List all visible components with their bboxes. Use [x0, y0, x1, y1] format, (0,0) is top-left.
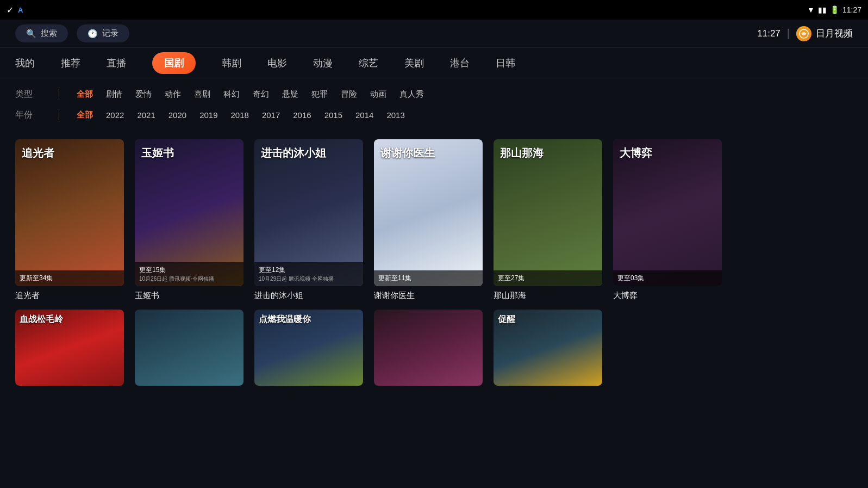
genre-filter-犯罪[interactable]: 犯罪: [305, 87, 334, 102]
history-icon: 🕐: [88, 29, 98, 39]
show-title-1: 追光者: [15, 291, 124, 301]
genre-filter-全部[interactable]: 全部: [70, 87, 99, 102]
year-label: 年份: [15, 109, 48, 121]
search-button[interactable]: 🔍 搜索: [15, 24, 68, 42]
poster-text-5: 那山那海: [500, 146, 596, 160]
status-bar-left: ✓ A: [7, 5, 23, 15]
genre-divider: [59, 89, 59, 100]
nav-tab-mine[interactable]: 我的: [15, 52, 35, 74]
year-filter-2017[interactable]: 2017: [255, 108, 286, 122]
genre-filter-爱情[interactable]: 爱情: [129, 87, 158, 102]
genre-filter-冒险[interactable]: 冒险: [334, 87, 364, 102]
year-filter-2019[interactable]: 2019: [193, 108, 224, 122]
status-time: 11:27: [842, 5, 861, 14]
genre-filter-奇幻[interactable]: 奇幻: [246, 87, 276, 102]
header-left: 🔍 搜索 🕐 记录: [15, 24, 129, 42]
shows-grid: 追光者更新至34集追光者玉姬书更至15集10月26日起 腾讯视频·全网独播玉姬书…: [15, 139, 853, 301]
nav-tab-korean[interactable]: 韩剧: [222, 52, 241, 74]
genre-filter-row: 类型 全部剧情爱情动作喜剧科幻奇幻悬疑犯罪冒险动画真人秀: [15, 84, 853, 104]
header-time: 11:27: [757, 28, 780, 39]
poster-text-4: 谢谢你医生: [380, 146, 476, 160]
nav-tab-movie[interactable]: 电影: [267, 52, 287, 74]
year-filter-2021[interactable]: 2021: [130, 108, 161, 122]
show-title-4: 谢谢你医生: [374, 291, 483, 301]
year-filter-row: 年份 全部20222021202020192018201720162015201…: [15, 104, 853, 125]
genre-filter-剧情[interactable]: 剧情: [99, 87, 129, 102]
poster-text-1: 追光者: [22, 146, 117, 160]
brand-logo: 日月视频: [796, 26, 853, 41]
battery-icon: 🔋: [830, 5, 839, 14]
poster-badge-2: 更至15集10月26日起 腾讯视频·全网独播: [135, 262, 243, 286]
nav-tabs: 我的推荐直播国剧韩剧电影动漫综艺美剧港台日韩: [0, 48, 868, 78]
show-card-5[interactable]: 那山那海更至27集那山那海: [494, 139, 602, 301]
status-bar: ✓ A ▼ ▮▮ 🔋 11:27: [0, 0, 868, 20]
show-card-9[interactable]: 点燃我温暖你: [254, 310, 363, 386]
show-card-4[interactable]: 谢谢你医生更新至11集谢谢你医生: [374, 139, 483, 301]
search-label: 搜索: [41, 28, 57, 39]
show-title-3: 进击的沐小姐: [254, 291, 363, 301]
show-card-10[interactable]: [374, 310, 483, 386]
poster-badge-6: 更至03集: [613, 270, 722, 286]
poster-text-3: 进击的沐小姐: [261, 146, 357, 160]
show-card-3[interactable]: 进击的沐小姐更至12集10月29日起 腾讯视频·全网独播进击的沐小姐: [254, 139, 363, 301]
show-card-2[interactable]: 玉姬书更至15集10月26日起 腾讯视频·全网独播玉姬书: [135, 139, 243, 301]
poster-badge-4: 更新至11集: [374, 270, 483, 286]
genre-filter-真人秀[interactable]: 真人秀: [393, 87, 430, 102]
show-card-8[interactable]: [135, 310, 243, 386]
status-bar-right: ▼ ▮▮ 🔋 11:27: [807, 5, 861, 14]
show-title-6: 大博弈: [613, 291, 722, 301]
nav-tab-us[interactable]: 美剧: [404, 52, 424, 74]
nav-tab-variety[interactable]: 综艺: [359, 52, 378, 74]
poster-text-2: 玉姬书: [141, 146, 237, 160]
poster-badge-5: 更至27集: [494, 270, 602, 286]
year-filter-2020[interactable]: 2020: [162, 108, 193, 122]
show-card-11[interactable]: 促醒: [494, 310, 602, 386]
genre-label: 类型: [15, 89, 48, 100]
signal-icon: ▮▮: [818, 5, 827, 14]
history-label: 记录: [102, 28, 118, 39]
year-filter-2016[interactable]: 2016: [286, 108, 317, 122]
header-divider: |: [787, 27, 790, 40]
poster-text-11: 促醒: [498, 314, 598, 325]
poster-text-9: 点燃我温暖你: [259, 314, 359, 325]
wifi-icon: ▼: [807, 5, 815, 14]
year-filter-2015[interactable]: 2015: [318, 108, 349, 122]
show-card-7[interactable]: 血战松毛岭: [15, 310, 124, 386]
year-filter-2018[interactable]: 2018: [224, 108, 255, 122]
nav-tab-anime[interactable]: 动漫: [313, 52, 333, 74]
poster-text-7: 血战松毛岭: [20, 314, 120, 325]
year-filter-全部[interactable]: 全部: [70, 108, 99, 122]
history-button[interactable]: 🕐 记录: [77, 24, 129, 42]
year-divider: [59, 109, 59, 120]
header-right: 11:27 | 日月视频: [757, 26, 853, 41]
check-icon: ✓: [7, 5, 14, 15]
nav-tab-live[interactable]: 直播: [107, 52, 126, 74]
year-filter-2013[interactable]: 2013: [380, 108, 411, 122]
nav-tab-recommend[interactable]: 推荐: [61, 52, 80, 74]
poster-badge-3: 更至12集10月29日起 腾讯视频·全网独播: [254, 262, 363, 286]
genre-filter-动画[interactable]: 动画: [364, 87, 393, 102]
year-filter-2014[interactable]: 2014: [349, 108, 380, 122]
poster-text-6: 大博弈: [620, 146, 715, 160]
genre-filter-悬疑[interactable]: 悬疑: [276, 87, 305, 102]
show-card-6[interactable]: 大博弈更至03集大博弈: [613, 139, 722, 301]
show-title-5: 那山那海: [494, 291, 602, 301]
poster-badge-1: 更新至34集: [15, 270, 124, 286]
content-area: 追光者更新至34集追光者玉姬书更至15集10月26日起 腾讯视频·全网独播玉姬书…: [0, 131, 868, 386]
show-card-1[interactable]: 追光者更新至34集追光者: [15, 139, 124, 301]
shows-grid-2: 血战松毛岭点燃我温暖你促醒: [15, 310, 853, 386]
a-icon: A: [18, 6, 23, 14]
nav-tab-hktw[interactable]: 港台: [450, 52, 470, 74]
genre-filter-动作[interactable]: 动作: [158, 87, 188, 102]
genre-filter-喜剧[interactable]: 喜剧: [188, 87, 217, 102]
brand-name: 日月视频: [816, 27, 853, 40]
nav-tab-japan[interactable]: 日韩: [496, 52, 515, 74]
genre-filter-科幻[interactable]: 科幻: [217, 87, 246, 102]
header: 🔍 搜索 🕐 记录 11:27 | 日月视频: [0, 20, 868, 48]
show-title-2: 玉姬书: [135, 291, 243, 301]
year-filter-2022[interactable]: 2022: [99, 108, 130, 122]
filter-section: 类型 全部剧情爱情动作喜剧科幻奇幻悬疑犯罪冒险动画真人秀 年份 全部202220…: [0, 78, 868, 131]
brand-icon: [796, 26, 811, 41]
nav-tab-chinese[interactable]: 国剧: [152, 52, 196, 74]
search-icon: 🔍: [26, 29, 36, 39]
